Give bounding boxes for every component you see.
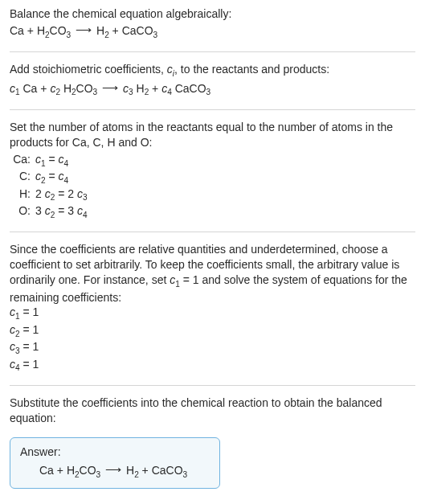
c: c [59,153,64,166]
val: = 1 [20,305,39,318]
solution-row: c2 = 1 [10,322,415,339]
c3: c [123,82,129,95]
plus: + [24,24,37,37]
step-3-intro: Set the number of atoms in the reactants… [10,120,415,150]
c-sub: 3 [15,346,20,355]
product-caco: CaCO [122,24,153,37]
balance-eqn: c1 = c4 [35,152,68,169]
divider [10,51,415,52]
coef: 3 [35,204,45,217]
c-sub: 4 [64,159,69,168]
val: = 1 [20,340,39,353]
eq: = [46,170,59,182]
c: c [77,204,83,217]
eq: = 1 [180,273,199,286]
c-sub: 2 [15,330,20,338]
balance-eqn: c2 = c4 [35,169,68,186]
step-2-intro: Add stoichiometric coefficients, ci, to … [10,62,415,79]
arrow-icon: ⟶ [71,23,96,36]
c: c [10,358,15,371]
sub-3: 3 [206,88,211,96]
coef-sub: i [173,69,174,78]
eq: = [46,153,59,166]
c: c [45,187,51,200]
table-row: Ca: c1 = c4 [10,152,415,169]
reactant-co: CO [76,82,93,95]
solution-row: c1 = 1 [10,305,415,322]
c: c [59,170,64,182]
plus: + [109,24,122,37]
c4-sub: 4 [167,88,172,96]
element-label: C: [10,169,35,186]
sub-2: 2 [104,31,109,39]
sub-2: 2 [134,470,139,479]
step-1-intro: Balance the chemical equation algebraica… [10,6,415,22]
plus: + [149,82,161,95]
c-sub: 2 [41,176,46,185]
element-label: Ca: [10,152,35,169]
balance-eqn: 3 c2 = 3 c4 [35,203,88,220]
step-5-intro: Substitute the coefficients into the che… [10,395,415,426]
sub-2: 2 [75,470,80,479]
step-5: Substitute the coefficients into the che… [10,395,415,426]
element-label: O: [10,203,35,220]
c1: c [10,82,15,95]
coef: 2 [35,187,45,200]
reactant-h: H [67,464,75,477]
product-h: H [126,464,134,477]
step-4-intro: Since the coefficients are relative quan… [10,242,415,305]
atom-balance-table: Ca: c1 = c4 C: c2 = c4 H: 2 c2 = 2 c3 O:… [10,152,415,221]
c: c [10,340,15,353]
c-sub: 2 [51,211,55,219]
reactant-ca: Ca [39,464,54,477]
balance-eqn: 2 c2 = 2 c3 [35,186,88,203]
c1-sub: 1 [15,88,20,96]
c: c [77,187,83,200]
c: c [10,323,15,336]
c-sub: 1 [15,312,20,321]
coef: 3 [67,204,77,217]
plus: + [37,82,50,95]
solution-row: c4 = 1 [10,357,415,374]
coef: 2 [67,187,77,200]
product-caco: CaCO [152,464,183,477]
reactant-ca: Ca [23,82,38,95]
c-sub: 4 [64,176,69,185]
step-3: Set the number of atoms in the reactants… [10,120,415,220]
c: c [35,153,41,166]
c: c [10,305,15,318]
product-caco: CaCO [175,82,206,95]
text: , to the reactants and products: [174,63,329,76]
step-2-equation: c1 Ca + c2 H2CO3 ⟶ c3 H2 + c4 CaCO3 [10,81,415,98]
text: Add stoichiometric coefficients, [10,63,167,76]
eq: = [55,204,67,217]
c3-sub: 3 [129,88,133,96]
divider [10,232,415,232]
c-sub: 2 [51,193,55,202]
c-sub: 1 [175,280,180,289]
solution-row: c3 = 1 [10,339,415,356]
product-h: H [137,82,145,95]
sub-3: 3 [153,31,158,39]
reactant-h: H [37,24,45,37]
c-sub: 1 [41,159,46,168]
step-2: Add stoichiometric coefficients, ci, to … [10,62,415,98]
step-1: Balance the chemical equation algebraica… [10,6,415,40]
arrow-icon: ⟶ [97,81,123,94]
c-sub: 4 [15,363,20,372]
step-1-equation: Ca + H2CO3 ⟶ H2 + CaCO3 [10,23,415,40]
c-sub: 4 [83,211,88,219]
table-row: O: 3 c2 = 3 c4 [10,203,415,220]
step-4: Since the coefficients are relative quan… [10,242,415,374]
solution-list: c1 = 1 c2 = 1 c3 = 1 c4 = 1 [10,305,415,374]
sub-2: 2 [72,88,76,96]
answer-equation: Ca + H2CO3 ⟶ H2 + CaCO3 [20,463,210,480]
c: c [45,204,51,217]
divider [10,109,415,110]
sub-2: 2 [45,31,50,39]
reactant-ca: Ca [10,24,24,37]
sub-2: 2 [145,88,149,96]
c: c [35,170,41,182]
plus: + [139,464,152,477]
table-row: C: c2 = c4 [10,169,415,186]
